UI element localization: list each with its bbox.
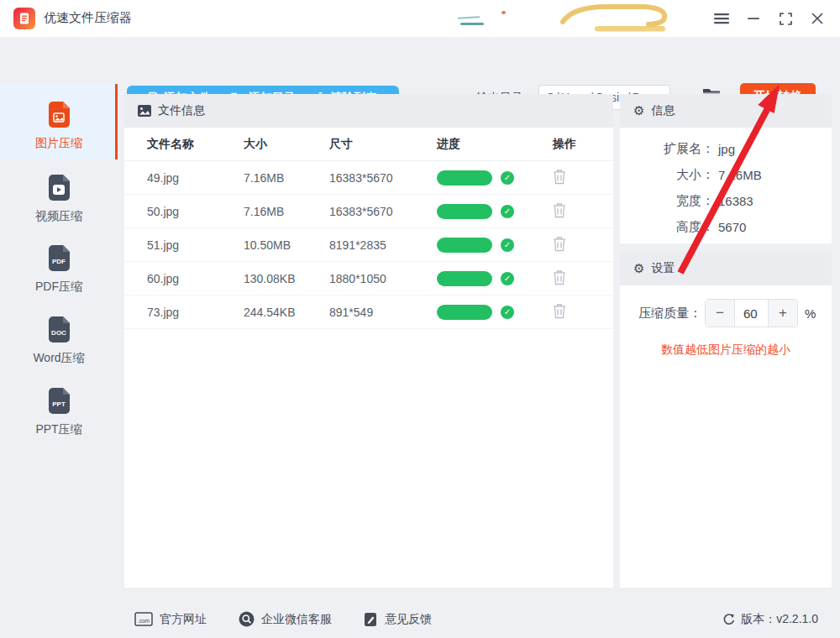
cell-progress: ✓: [437, 204, 553, 219]
svg-text:PPT: PPT: [52, 400, 66, 408]
sidebar-item-label: 图片压缩: [35, 136, 82, 151]
official-website-link[interactable]: .com 官方网址: [134, 612, 207, 627]
cell-progress: ✓: [437, 305, 553, 320]
info-header: ⚙ 信息: [620, 94, 832, 128]
wechat-service-link[interactable]: 企业微信客服: [239, 611, 332, 627]
doc-file-icon: DOC: [43, 314, 75, 346]
cell-size: 10.50MB: [244, 238, 329, 252]
delete-row-button[interactable]: [553, 236, 613, 254]
sidebar-item-label: Word压缩: [33, 351, 84, 366]
trash-icon: [553, 202, 566, 218]
settings-panel: ⚙ 设置 压缩质量： − + % 数值越低图片压缩的越小: [620, 252, 832, 588]
cell-dimensions: 16383*5670: [329, 171, 437, 185]
info-field-height: 高度： 5670: [620, 214, 832, 240]
delete-row-button[interactable]: [553, 202, 613, 221]
sidebar-item-video-compress[interactable]: 视频压缩: [0, 166, 118, 238]
cell-dimensions: 1880*1050: [329, 272, 437, 285]
info-panel: ⚙ 信息 扩展名： jpg 大小： 7.16MB 宽度： 16383 高度： 5…: [620, 94, 832, 243]
cell-filename: 49.jpg: [147, 171, 244, 185]
app-title: 优速文件压缩器: [44, 10, 132, 26]
gear-icon: ⚙: [633, 103, 644, 118]
cell-filename: 73.jpg: [147, 306, 244, 319]
settings-title: 设置: [651, 261, 675, 276]
ppt-file-icon: PPT: [43, 385, 75, 417]
minimize-icon[interactable]: [741, 6, 766, 31]
check-circle-icon: ✓: [501, 238, 514, 252]
picture-icon: [138, 105, 151, 117]
info-title: 信息: [651, 103, 675, 118]
window-controls: [709, 0, 830, 37]
info-field-width: 宽度： 16383: [620, 188, 832, 214]
table-row: 51.jpg 10.50MB 8191*2835 ✓: [124, 228, 613, 262]
cell-size: 7.16MB: [244, 205, 329, 218]
cell-filename: 60.jpg: [147, 272, 244, 285]
trash-icon: [553, 169, 566, 185]
table-header: 文件名称 大小 尺寸 进度 操作: [124, 128, 613, 161]
ghost-decoration-teal: [460, 23, 484, 25]
feedback-label: 意见反馈: [385, 612, 432, 627]
sidebar-item-image-compress[interactable]: 图片压缩: [0, 84, 118, 160]
table-row: 73.jpg 244.54KB 891*549 ✓: [124, 295, 613, 329]
quality-label: 压缩质量：: [638, 306, 701, 322]
cell-progress: ✓: [437, 170, 553, 186]
cell-progress: ✓: [437, 271, 553, 286]
check-circle-icon: ✓: [501, 272, 514, 285]
pdf-file-icon: PDF: [43, 243, 75, 275]
cell-progress: ✓: [437, 238, 553, 253]
ghost-decoration-gold-swoosh: [554, 2, 672, 35]
sidebar-item-word-compress[interactable]: DOC Word压缩: [0, 308, 118, 379]
col-progress: 进度: [437, 137, 553, 152]
sidebar-item-ppt-compress[interactable]: PPT PPT压缩: [0, 379, 118, 451]
cell-filename: 51.jpg: [147, 238, 244, 252]
progress-bar: [437, 271, 492, 286]
check-circle-icon: ✓: [501, 306, 514, 319]
version-label: 版本：v2.2.1.0: [741, 612, 818, 627]
cell-dimensions: 891*549: [329, 306, 437, 319]
delete-row-button[interactable]: [553, 269, 613, 288]
col-dimensions: 尺寸: [329, 137, 437, 152]
quality-stepper: − +: [705, 299, 798, 327]
cell-size: 7.16MB: [244, 171, 329, 185]
svg-text:.com: .com: [138, 618, 150, 624]
check-circle-icon: ✓: [501, 205, 514, 218]
gear-icon: ⚙: [633, 261, 644, 276]
maximize-icon[interactable]: [773, 6, 798, 31]
delete-row-button[interactable]: [553, 303, 613, 322]
close-icon[interactable]: [805, 6, 830, 31]
wechat-service-icon: [239, 611, 255, 627]
info-field-extension: 扩展名： jpg: [620, 136, 832, 162]
progress-bar: [437, 238, 492, 253]
file-info-title: 文件信息: [158, 103, 205, 118]
sidebar-item-pdf-compress[interactable]: PDF PDF压缩: [0, 237, 118, 308]
percent-label: %: [805, 306, 816, 321]
delete-row-button[interactable]: [553, 169, 613, 187]
footer: .com 官方网址 企业微信客服 意见反馈 版本：v2.2.1.0: [0, 600, 840, 638]
progress-bar: [437, 305, 492, 320]
feedback-link[interactable]: 意见反馈: [364, 612, 432, 627]
file-info-header: 文件信息: [124, 94, 613, 128]
quality-value-input[interactable]: [734, 300, 769, 327]
trash-icon: [553, 269, 566, 285]
trash-icon: [553, 303, 566, 319]
check-circle-icon: ✓: [501, 171, 514, 185]
app-logo-icon: [13, 8, 35, 29]
menu-hamburger-icon[interactable]: [709, 6, 734, 31]
progress-bar: [437, 204, 492, 219]
titlebar: 优速文件压缩器: [0, 0, 840, 37]
quality-increase-button[interactable]: +: [769, 300, 797, 327]
video-file-icon: [43, 172, 75, 204]
official-website-label: 官方网址: [160, 612, 207, 627]
sidebar-item-label: PPT压缩: [35, 422, 81, 437]
cell-size: 130.08KB: [244, 272, 329, 285]
wechat-service-label: 企业微信客服: [261, 612, 332, 627]
quality-decrease-button[interactable]: −: [706, 300, 734, 327]
trash-icon: [553, 236, 566, 252]
svg-text:DOC: DOC: [51, 329, 66, 337]
file-info-panel: 文件信息 文件名称 大小 尺寸 进度 操作 49.jpg 7.16MB 1638…: [124, 94, 613, 588]
col-size: 大小: [244, 137, 329, 152]
feedback-icon: [364, 612, 378, 627]
website-icon: .com: [134, 612, 153, 626]
info-field-size: 大小： 7.16MB: [620, 162, 832, 188]
image-file-icon: [43, 99, 75, 131]
cell-dimensions: 8191*2835: [329, 238, 437, 252]
